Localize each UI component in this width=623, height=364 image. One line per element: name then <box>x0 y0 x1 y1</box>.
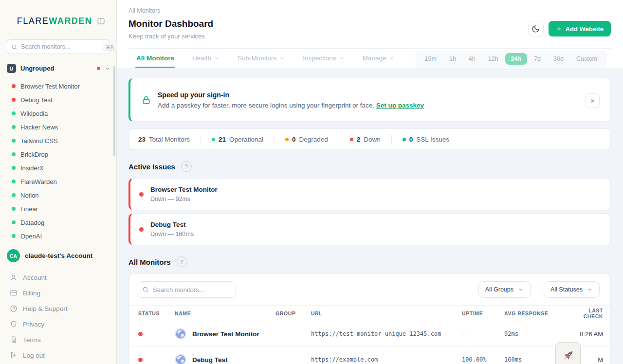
table-search[interactable] <box>137 281 236 298</box>
row-status-dot <box>138 358 143 362</box>
sidebar-monitor-item[interactable]: Wikipedia <box>0 107 116 120</box>
row-status-dot <box>138 332 143 336</box>
sidebar-monitor-list: Browser Test Monitor Debug Test Wikipedi… <box>0 79 116 241</box>
sidebar-monitor-item[interactable]: Datadog <box>0 216 116 229</box>
chevron-down-icon <box>279 55 285 61</box>
table-row[interactable]: Debug Test https://example.com 100.00% 1… <box>129 347 610 364</box>
table-body: Browser Test Monitor https://test-monito… <box>129 321 610 364</box>
main-content: All Monitors Monitor Dashboard Keep trac… <box>117 0 623 364</box>
account-menu-privacy[interactable]: Privacy <box>7 316 110 332</box>
tab-health[interactable]: Health <box>192 49 220 68</box>
app-logo: FLAREWARDEN <box>17 16 92 26</box>
monitor-status-dot <box>12 193 16 197</box>
sidebar-scrollbar[interactable] <box>113 66 115 156</box>
help-icon[interactable]: ? <box>177 256 187 267</box>
passkey-banner: Speed up your sign-in Add a passkey for … <box>128 78 611 122</box>
monitor-status-dot <box>12 111 16 115</box>
issue-status-dot <box>139 227 144 232</box>
sidebar-search-input[interactable] <box>21 43 99 50</box>
sidebar-monitor-item[interactable]: BrickDrop <box>0 147 116 161</box>
moon-icon <box>531 25 540 33</box>
breadcrumb: All Monitors <box>128 7 611 14</box>
sidebar-monitor-item[interactable]: Hacker News <box>0 120 116 134</box>
credit-card-icon <box>10 289 18 297</box>
sidebar-monitor-item[interactable]: Browser Test Monitor <box>0 79 116 93</box>
stat-item: 0 Degraded <box>285 136 328 143</box>
monitor-status-dot <box>12 166 16 170</box>
stats-summary: 23 Total Monitors 21 Operational <box>128 128 611 150</box>
sidebar-monitor-item[interactable]: InsiderX <box>0 161 116 175</box>
stat-divider <box>201 135 201 144</box>
globe-favicon-icon <box>175 354 186 364</box>
banner-close-button[interactable] <box>585 93 600 108</box>
time-range-15m[interactable]: 15m <box>419 53 442 65</box>
tab-sub-monitors[interactable]: Sub-Monitors <box>238 49 285 68</box>
time-range-4h[interactable]: 4h <box>463 53 481 65</box>
account-menu-billing[interactable]: Billing <box>7 285 110 301</box>
sidebar-search[interactable]: ⌘K <box>6 39 110 54</box>
column-header-avg-response: Avg Response <box>504 310 569 316</box>
stat-dot <box>403 138 406 141</box>
plus-icon <box>556 26 562 32</box>
chevron-down-icon <box>214 55 220 61</box>
tabs-row: All Monitors Health Sub-Monitors <box>128 48 611 68</box>
time-range-1h[interactable]: 1h <box>443 53 462 65</box>
account-menu-account[interactable]: Account <box>7 270 110 285</box>
lock-icon <box>141 95 151 105</box>
time-range-7d[interactable]: 7d <box>528 53 547 65</box>
group-status-dot <box>97 67 100 70</box>
active-issues-title: Active Issues <box>128 163 175 171</box>
time-range-custom[interactable]: Custom <box>570 53 603 65</box>
time-range-30d[interactable]: 30d <box>548 53 569 65</box>
column-header-uptime: Uptime <box>462 310 504 316</box>
column-header-status: Status <box>138 310 175 316</box>
statuses-filter-dropdown[interactable]: All Statuses <box>544 281 600 298</box>
time-range-group: 15m1h4h12h24h7d30dCustom <box>416 51 606 67</box>
sidebar: FLAREWARDEN ⌘K U Ungrouped Browse <box>0 0 117 364</box>
sidebar-monitor-item[interactable]: Notion <box>0 188 116 202</box>
issue-status-dot <box>139 192 144 197</box>
column-header-url: URL <box>311 310 462 316</box>
stat-item: 2 Down <box>350 136 381 143</box>
sidebar-monitor-item[interactable]: Linear <box>0 202 116 216</box>
monitor-status-dot <box>12 234 16 238</box>
add-website-button[interactable]: Add Website <box>549 21 611 36</box>
tab-bar: All Monitors Health Sub-Monitors <box>136 49 394 68</box>
account-menu-log-out[interactable]: Log out <box>7 347 110 363</box>
logout-icon <box>10 351 18 359</box>
column-header-last-check: Last Check <box>569 308 603 319</box>
page-header: All Monitors Monitor Dashboard Keep trac… <box>117 0 623 68</box>
time-range-24h[interactable]: 24h <box>505 53 528 65</box>
search-icon <box>142 286 149 293</box>
time-range-12h[interactable]: 12h <box>482 53 504 65</box>
sidebar-group-ungrouped[interactable]: U Ungrouped <box>7 64 110 73</box>
account-menu-help-support[interactable]: Help & Support <box>7 301 110 316</box>
sidebar-monitor-item[interactable]: OpenAI <box>0 229 116 241</box>
stat-dot <box>212 138 215 141</box>
sidebar-monitor-item[interactable]: Debug Test <box>0 93 116 107</box>
banner-title: Speed up your sign-in <box>158 91 424 99</box>
help-circle-icon <box>10 305 18 312</box>
table-row[interactable]: Browser Test Monitor https://test-monito… <box>129 321 610 347</box>
sidebar-monitor-item[interactable]: Tailwind CSS <box>0 134 116 147</box>
table-search-input[interactable] <box>153 286 238 293</box>
dashboard-content: Speed up your sign-in Add a passkey for … <box>117 68 623 364</box>
stat-item: 21 Operational <box>212 136 263 143</box>
tab-manage[interactable]: Manage <box>363 49 395 68</box>
account-menu-terms[interactable]: Terms <box>7 332 110 347</box>
issue-card[interactable]: Debug Test Down — 160ms <box>128 213 611 245</box>
account-switcher[interactable]: CA claude-test's Account <box>7 248 110 265</box>
user-icon <box>10 273 18 281</box>
tab-inspections[interactable]: Inspections <box>303 49 344 68</box>
tab-all-monitors[interactable]: All Monitors <box>136 49 174 68</box>
groups-filter-dropdown[interactable]: All Groups <box>478 281 531 298</box>
sidebar-monitor-item[interactable]: FlareWarden <box>0 175 116 188</box>
help-icon[interactable]: ? <box>181 161 192 172</box>
theme-toggle-button[interactable] <box>528 21 544 36</box>
stat-divider <box>339 135 339 144</box>
issue-card[interactable]: Browser Test Monitor Down — 92ms <box>128 178 611 210</box>
all-monitors-title: All Monitors <box>128 258 171 266</box>
setup-passkey-link[interactable]: Set up passkey <box>376 102 424 109</box>
sidebar-collapse-icon[interactable] <box>97 17 105 25</box>
close-icon <box>589 98 596 104</box>
